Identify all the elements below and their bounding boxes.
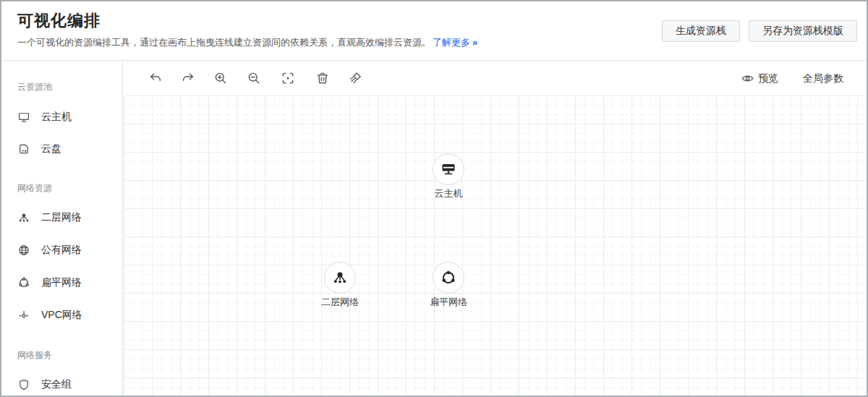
toolbar-right-group: 预览 全局参数 <box>741 61 843 95</box>
host-node-icon <box>440 161 457 178</box>
page-title: 可视化编排 <box>17 10 101 32</box>
preview-button[interactable]: 预览 <box>741 72 778 85</box>
eye-icon <box>741 72 754 85</box>
node-label: 扁平网络 <box>420 296 477 309</box>
flat-network-icon <box>17 276 30 289</box>
undo-icon <box>148 71 163 85</box>
vpc-network-icon <box>17 309 30 322</box>
redo-button[interactable] <box>178 68 198 88</box>
zoom-out-button[interactable] <box>244 68 264 88</box>
security-group-icon <box>17 378 30 391</box>
resource-sidebar: 云资源池 云主机 云盘 网络资源 <box>1 61 123 396</box>
canvas-node-l2-network[interactable]: 二层网络 <box>311 262 369 309</box>
fit-view-icon <box>281 71 295 85</box>
page-subtitle: 一个可视化的资源编排工具，通过在画布上拖曳连线建立资源间的依赖关系，直观高效编排… <box>17 36 477 49</box>
zoom-in-button[interactable] <box>210 68 231 88</box>
zoom-in-icon <box>213 71 228 85</box>
global-params-label: 全局参数 <box>803 72 843 85</box>
sidebar-item-vpc-network[interactable]: VPC网络 <box>1 307 123 324</box>
sidebar-item-label: 云主机 <box>41 111 72 124</box>
sidebar-item-label: 云盘 <box>41 142 61 155</box>
node-label: 云主机 <box>420 187 477 200</box>
sidebar-item-l2-network[interactable]: 二层网络 <box>1 209 123 226</box>
host-icon <box>17 111 30 124</box>
delete-button[interactable] <box>312 68 333 88</box>
node-circle <box>433 262 464 294</box>
node-label: 二层网络 <box>311 296 369 309</box>
visual-orchestration-window: 可视化编排 一个可视化的资源编排工具，通过在画布上拖曳连线建立资源间的依赖关系，… <box>0 0 868 397</box>
sidebar-item-flat-network[interactable]: 扁平网络 <box>1 274 123 291</box>
clear-canvas-button[interactable] <box>345 68 365 88</box>
global-params-button[interactable]: 全局参数 <box>803 72 843 85</box>
section-title-network-resources: 网络资源 <box>17 182 52 195</box>
fit-view-button[interactable] <box>278 68 298 88</box>
save-as-stack-template-button[interactable]: 另存为资源栈模版 <box>749 20 857 42</box>
node-circle <box>324 262 356 294</box>
canvas-node-host[interactable]: 云主机 <box>420 153 477 200</box>
redo-icon <box>181 71 195 85</box>
sidebar-item-label: 扁平网络 <box>41 276 82 289</box>
orchestration-canvas: 预览 全局参数 云主机 <box>124 61 867 396</box>
canvas-toolbar: 预览 全局参数 <box>124 61 867 95</box>
sidebar-item-label: 二层网络 <box>41 211 82 224</box>
preview-label: 预览 <box>758 72 778 85</box>
trash-icon <box>315 71 330 85</box>
header-actions: 生成资源栈 另存为资源栈模版 <box>662 20 857 42</box>
generate-stack-button[interactable]: 生成资源栈 <box>662 20 740 42</box>
sidebar-item-label: VPC网络 <box>41 309 82 322</box>
flat-network-node-icon <box>440 269 457 286</box>
node-circle <box>433 153 464 185</box>
undo-button[interactable] <box>145 68 166 88</box>
sidebar-item-host[interactable]: 云主机 <box>1 108 123 126</box>
public-network-icon <box>17 244 30 257</box>
section-title-cloud-pool: 云资源池 <box>17 81 52 93</box>
sidebar-item-disk[interactable]: 云盘 <box>1 140 123 158</box>
l2-network-icon <box>17 211 30 224</box>
section-title-network-services: 网络服务 <box>17 349 52 362</box>
sidebar-item-public-network[interactable]: 公有网络 <box>1 242 123 259</box>
l2-network-node-icon <box>331 269 349 286</box>
page-header: 可视化编排 一个可视化的资源编排工具，通过在画布上拖曳连线建立资源间的依赖关系，… <box>1 1 867 61</box>
disk-icon <box>17 142 30 155</box>
zoom-out-icon <box>247 71 261 85</box>
sidebar-item-label: 安全组 <box>41 378 72 391</box>
canvas-grid[interactable]: 云主机 二层网络 <box>124 95 867 396</box>
clear-brush-icon <box>348 71 362 85</box>
subtitle-text: 一个可视化的资源编排工具，通过在画布上拖曳连线建立资源间的依赖关系，直观高效编排… <box>17 37 431 48</box>
double-chevron-right-icon[interactable]: » <box>472 37 477 48</box>
sidebar-item-security-group[interactable]: 安全组 <box>1 376 123 393</box>
sidebar-item-label: 公有网络 <box>41 244 82 257</box>
learn-more-link[interactable]: 了解更多 <box>433 37 470 48</box>
canvas-node-flat-network[interactable]: 扁平网络 <box>420 262 477 309</box>
